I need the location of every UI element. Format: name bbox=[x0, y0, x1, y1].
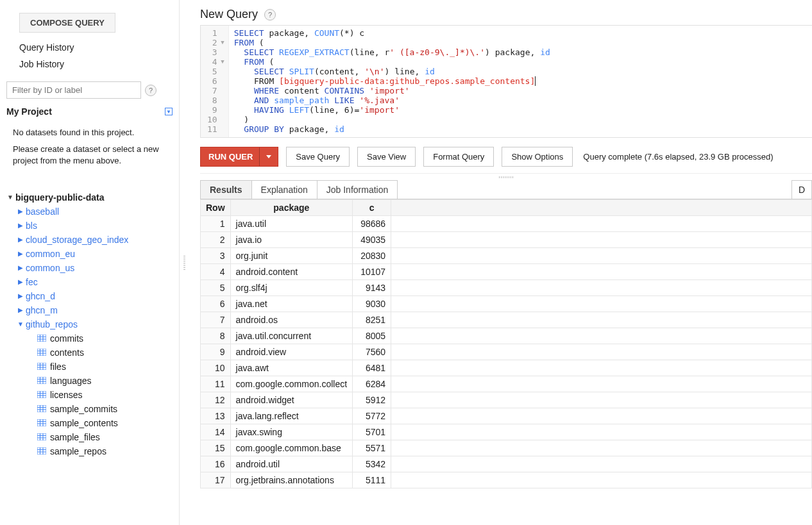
table-row[interactable]: 11com.google.common.collect6284 bbox=[201, 376, 812, 392]
cell-count: 8005 bbox=[353, 328, 391, 344]
format-query-button[interactable]: Format Query bbox=[423, 147, 494, 167]
cell-package: java.util bbox=[230, 216, 353, 232]
horizontal-resize-handle[interactable] bbox=[200, 174, 812, 180]
dataset-fec[interactable]: ▶fec bbox=[17, 275, 173, 289]
job-history-link[interactable]: Job History bbox=[6, 56, 173, 72]
cell-package: com.google.common.collect bbox=[230, 376, 353, 392]
table-sample_repos[interactable]: sample_repos bbox=[37, 444, 173, 458]
dataset-baseball[interactable]: ▶baseball bbox=[17, 204, 173, 219]
table-row[interactable]: 9android.view7560 bbox=[201, 344, 812, 360]
table-row[interactable]: 7android.os8251 bbox=[201, 312, 812, 328]
table-sample_commits[interactable]: sample_commits bbox=[37, 402, 173, 416]
table-languages[interactable]: languages bbox=[37, 374, 173, 388]
title-help-icon[interactable]: ? bbox=[264, 9, 276, 21]
svg-marker-45 bbox=[266, 155, 271, 158]
run-query-dropdown-icon[interactable] bbox=[260, 147, 278, 166]
help-icon[interactable]: ? bbox=[145, 85, 156, 96]
cell-count: 6284 bbox=[353, 376, 391, 392]
dataset-label: bls bbox=[26, 221, 37, 231]
row-number: 11 bbox=[201, 376, 231, 392]
table-licenses[interactable]: licenses bbox=[37, 388, 173, 402]
tab-job-information[interactable]: Job Information bbox=[317, 180, 398, 199]
table-row[interactable]: 4android.content10107 bbox=[201, 264, 812, 280]
caret-right-icon: ▶ bbox=[17, 236, 24, 243]
cell-count: 5772 bbox=[353, 408, 391, 424]
table-icon bbox=[37, 446, 46, 456]
table-row[interactable]: 2java.io49035 bbox=[201, 232, 812, 248]
dataset-label: ghcn_d bbox=[26, 291, 55, 301]
filter-input[interactable] bbox=[6, 81, 141, 99]
caret-right-icon: ▶ bbox=[17, 278, 24, 285]
tab-explanation[interactable]: Explanation bbox=[251, 180, 317, 199]
row-number: 12 bbox=[201, 392, 231, 408]
table-sample_files[interactable]: sample_files bbox=[37, 430, 173, 444]
cell-package: java.util.concurrent bbox=[230, 328, 353, 344]
dataset-ghcn_d[interactable]: ▶ghcn_d bbox=[17, 289, 173, 303]
svg-rect-25 bbox=[37, 405, 46, 412]
table-row[interactable]: 14javax.swing5701 bbox=[201, 424, 812, 440]
table-row[interactable]: 17org.jetbrains.annotations5111 bbox=[201, 472, 812, 488]
cell-package: java.awt bbox=[230, 360, 353, 376]
public-data-root[interactable]: ▼ bigquery-public-data bbox=[6, 190, 173, 204]
table-row[interactable]: 16android.util5342 bbox=[201, 456, 812, 472]
dataset-ghcn_m[interactable]: ▶ghcn_m bbox=[17, 303, 173, 317]
cell-spacer bbox=[391, 376, 812, 392]
cell-count: 5571 bbox=[353, 440, 391, 456]
table-row[interactable]: 5org.slf4j9143 bbox=[201, 280, 812, 296]
dataset-common_us[interactable]: ▶common_us bbox=[17, 261, 173, 275]
cell-spacer bbox=[391, 248, 812, 264]
table-row[interactable]: 13java.lang.reflect5772 bbox=[201, 408, 812, 424]
table-contents[interactable]: contents bbox=[37, 346, 173, 360]
row-number: 1 bbox=[201, 216, 231, 232]
svg-rect-0 bbox=[37, 335, 46, 342]
cell-count: 9143 bbox=[353, 280, 391, 296]
table-files[interactable]: files bbox=[37, 360, 173, 374]
dataset-cloud_storage_geo_index[interactable]: ▶cloud_storage_geo_index bbox=[17, 233, 173, 247]
dataset-github_repos[interactable]: ▼github_repos bbox=[17, 317, 173, 331]
table-row[interactable]: 1java.util98686 bbox=[201, 216, 812, 232]
cell-spacer bbox=[391, 312, 812, 328]
cell-spacer bbox=[391, 296, 812, 312]
table-row[interactable]: 8java.util.concurrent8005 bbox=[201, 328, 812, 344]
download-button[interactable]: D bbox=[791, 180, 812, 199]
svg-rect-30 bbox=[37, 419, 46, 426]
no-datasets-line1: No datasets found in this project. bbox=[13, 127, 173, 138]
dataset-bls[interactable]: ▶bls bbox=[17, 219, 173, 233]
table-icon bbox=[37, 347, 46, 358]
sql-editor[interactable]: 12▼34▼567891011 SELECT package, COUNT(*)… bbox=[200, 25, 812, 138]
svg-rect-35 bbox=[37, 433, 46, 440]
show-options-button[interactable]: Show Options bbox=[502, 147, 573, 167]
row-number: 15 bbox=[201, 440, 231, 456]
table-label: sample_contents bbox=[50, 418, 118, 428]
run-query-label: RUN QUER bbox=[201, 147, 260, 166]
table-commits[interactable]: commits bbox=[37, 331, 173, 346]
editor-code[interactable]: SELECT package, COUNT(*) c FROM ( SELECT… bbox=[229, 26, 555, 137]
table-row[interactable]: 15com.google.common.base5571 bbox=[201, 440, 812, 456]
cell-spacer bbox=[391, 392, 812, 408]
row-number: 5 bbox=[201, 280, 231, 296]
no-datasets-line2: Please create a dataset or select a new … bbox=[13, 144, 173, 167]
row-number: 14 bbox=[201, 424, 231, 440]
table-row[interactable]: 3org.junit20830 bbox=[201, 248, 812, 264]
table-row[interactable]: 12android.widget5912 bbox=[201, 392, 812, 408]
compose-query-button[interactable]: COMPOSE QUERY bbox=[19, 13, 115, 33]
cell-spacer bbox=[391, 424, 812, 440]
query-history-link[interactable]: Query History bbox=[6, 39, 173, 56]
cell-spacer bbox=[391, 280, 812, 296]
table-row[interactable]: 10java.awt6481 bbox=[201, 360, 812, 376]
caret-right-icon: ▶ bbox=[17, 264, 24, 271]
project-header[interactable]: My Project ▼ bbox=[6, 104, 173, 121]
table-sample_contents[interactable]: sample_contents bbox=[37, 416, 173, 430]
dataset-common_eu[interactable]: ▶common_eu bbox=[17, 247, 173, 261]
project-menu-icon[interactable]: ▼ bbox=[165, 108, 173, 115]
tab-results[interactable]: Results bbox=[200, 180, 252, 199]
vertical-resize-handle[interactable] bbox=[180, 0, 189, 525]
main-panel: New Query ? 12▼34▼567891011 SELECT packa… bbox=[189, 0, 812, 525]
save-query-button[interactable]: Save Query bbox=[286, 147, 350, 167]
save-view-button[interactable]: Save View bbox=[357, 147, 416, 167]
table-label: files bbox=[50, 362, 66, 372]
table-icon bbox=[37, 432, 46, 442]
run-query-button[interactable]: RUN QUER bbox=[200, 147, 278, 167]
table-row[interactable]: 6java.net9030 bbox=[201, 296, 812, 312]
col-package: package bbox=[230, 200, 353, 216]
